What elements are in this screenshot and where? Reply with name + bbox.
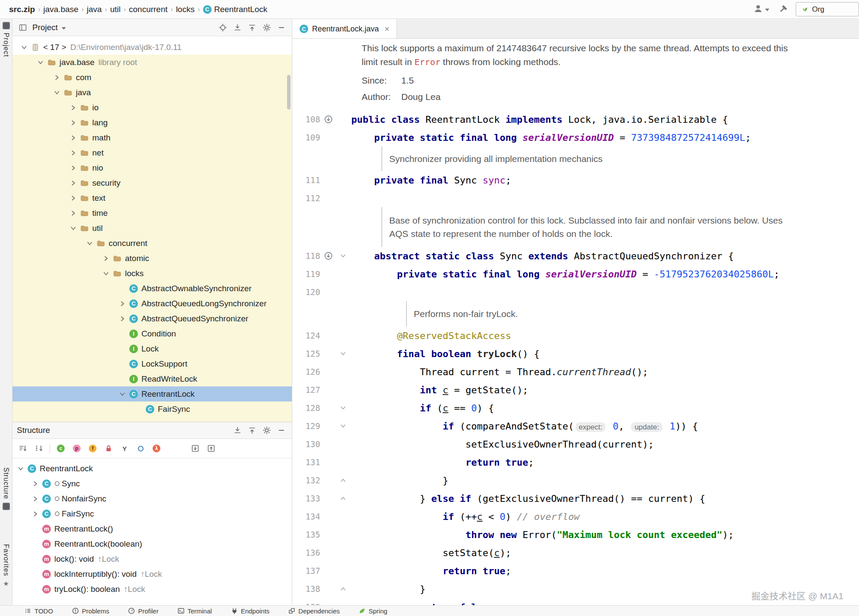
chevron-right-icon[interactable] bbox=[117, 300, 128, 308]
structure-tree-item-reentrantlock[interactable]: CReentrantLock bbox=[12, 461, 292, 476]
structure-tree-item-lock-void[interactable]: mlock(): void↑Lock bbox=[12, 551, 292, 566]
project-tree-item-abstractownablesynchronizer[interactable]: CAbstractOwnableSynchronizer bbox=[12, 281, 292, 296]
project-tree-item-lock[interactable]: ILock bbox=[12, 341, 292, 356]
fold-down-icon[interactable] bbox=[337, 423, 350, 429]
chevron-right-icon[interactable] bbox=[68, 164, 79, 172]
breadcrumb-item-locks[interactable]: locks bbox=[174, 5, 197, 14]
code-line-112[interactable]: 112 bbox=[293, 189, 859, 207]
sort-alphabetically-icon[interactable] bbox=[18, 443, 28, 454]
show-properties-icon[interactable]: p bbox=[72, 443, 82, 454]
collapse-all-icon[interactable] bbox=[246, 424, 258, 436]
chevron-right-icon[interactable] bbox=[30, 495, 41, 503]
breadcrumb-item-java[interactable]: java bbox=[84, 5, 104, 14]
user-menu-button[interactable] bbox=[753, 3, 770, 16]
project-tree-item-net[interactable]: net bbox=[12, 145, 292, 160]
fold-down-icon[interactable] bbox=[337, 253, 350, 259]
fold-down-icon[interactable] bbox=[337, 351, 350, 357]
chevron-right-icon[interactable] bbox=[68, 179, 79, 187]
code-line-125[interactable]: 125 final boolean tryLock() { bbox=[293, 345, 859, 363]
chevron-down-icon[interactable] bbox=[84, 240, 95, 247]
hide-icon[interactable] bbox=[275, 22, 287, 34]
project-tree-item-lang[interactable]: lang bbox=[12, 115, 292, 130]
project-tree-item-locks[interactable]: locks bbox=[12, 266, 292, 281]
hammer-build-icon[interactable] bbox=[777, 3, 789, 16]
chevron-down-icon[interactable] bbox=[117, 390, 128, 398]
fold-up-icon[interactable] bbox=[337, 495, 350, 501]
override-gutter-icon[interactable] bbox=[320, 251, 337, 261]
tool-window-button-terminal[interactable]: Terminal bbox=[168, 606, 222, 616]
chevron-down-icon[interactable] bbox=[68, 224, 79, 232]
structure-tree-item-trylock-boolean[interactable]: mtryLock(): boolean↑Lock bbox=[12, 582, 292, 597]
project-tree-item-readwritelock[interactable]: IReadWriteLock bbox=[12, 371, 292, 386]
project-tree-item-java[interactable]: java bbox=[12, 85, 292, 100]
project-tree-item-concurrent[interactable]: concurrent bbox=[12, 236, 292, 251]
expand-all-icon[interactable] bbox=[231, 424, 244, 436]
code-line-134[interactable]: 134 if (++c < 0) // overflow bbox=[293, 507, 859, 526]
structure-tree-item-nonfairsync[interactable]: CNonfairSync bbox=[12, 491, 292, 506]
project-tree-item-abstractqueuedsynchronizer[interactable]: CAbstractQueuedSynchronizer bbox=[12, 311, 292, 326]
run-configuration-button[interactable]: Org bbox=[796, 2, 859, 16]
tool-window-button-problems[interactable]: Problems bbox=[62, 606, 119, 616]
project-panel-title[interactable]: Project bbox=[32, 23, 58, 32]
chevron-down-icon[interactable] bbox=[15, 465, 26, 473]
autoscroll-from-source-icon[interactable] bbox=[206, 443, 216, 454]
chevron-right-icon[interactable] bbox=[30, 510, 41, 518]
project-tree-item-math[interactable]: math bbox=[12, 130, 292, 145]
code-line-118[interactable]: 118 abstract static class Sync extends A… bbox=[293, 247, 859, 265]
code-line-127[interactable]: 127 int c = getState(); bbox=[293, 381, 859, 399]
locate-icon[interactable] bbox=[217, 22, 229, 34]
breadcrumb-item-reentrantlock[interactable]: CReentrantLock bbox=[201, 5, 270, 14]
code-line-109[interactable]: 109 private static final long serialVers… bbox=[293, 128, 859, 146]
chevron-right-icon[interactable] bbox=[100, 255, 112, 262]
fold-up-icon[interactable] bbox=[337, 586, 350, 592]
project-tree-item-text[interactable]: text bbox=[12, 190, 292, 205]
code-line-129[interactable]: 129 if (compareAndSetState(expect: 0, up… bbox=[293, 417, 859, 435]
show-classes-icon[interactable]: c bbox=[56, 443, 66, 454]
project-tree-item-security[interactable]: security bbox=[12, 175, 292, 190]
code-line-124[interactable]: 124 @ReservedStackAccess bbox=[293, 327, 859, 345]
code-line-111[interactable]: 111 private final Sync sync; bbox=[293, 171, 859, 189]
structure-tree-item-fairsync[interactable]: CFairSync bbox=[12, 506, 292, 521]
code-line-108[interactable]: 108public class ReentrantLock implements… bbox=[293, 110, 859, 128]
breadcrumb-item-util[interactable]: util bbox=[108, 5, 122, 14]
project-tree-item-17[interactable]: < 17 >D:\Enviroment\java\jdk-17.0.11 bbox=[12, 40, 292, 55]
show-anonymous-icon[interactable] bbox=[135, 443, 146, 454]
breadcrumb-item-src-zip[interactable]: src.zip bbox=[7, 5, 37, 14]
chevron-right-icon[interactable] bbox=[68, 194, 79, 202]
chevron-right-icon[interactable] bbox=[68, 119, 79, 127]
project-tree-item-atomic[interactable]: atomic bbox=[12, 251, 292, 266]
fold-down-icon[interactable] bbox=[337, 405, 350, 411]
project-tree-item-fairsync[interactable]: CFairSync bbox=[12, 401, 292, 417]
chevron-right-icon[interactable] bbox=[51, 74, 62, 81]
chevron-down-icon[interactable] bbox=[61, 23, 66, 32]
expand-all-icon[interactable] bbox=[231, 22, 244, 34]
project-tree-item-io[interactable]: io bbox=[12, 100, 292, 115]
project-tree-item-nio[interactable]: nio bbox=[12, 160, 292, 175]
code-line-135[interactable]: 135 throw new Error("Maximum lock count … bbox=[293, 526, 859, 544]
project-tree-item-time[interactable]: time bbox=[12, 205, 292, 221]
sort-by-visibility-icon[interactable] bbox=[34, 443, 44, 454]
structure-tree-item-reentrantlock-boolean[interactable]: mReentrantLock(boolean) bbox=[12, 536, 292, 551]
tool-window-button-endpoints[interactable]: Endpoints bbox=[222, 606, 279, 616]
project-tree-item-util[interactable]: util bbox=[12, 221, 292, 236]
tab-reentrantlock-java[interactable]: C ReentrantLock.java × bbox=[293, 19, 397, 38]
show-fields-icon[interactable]: f bbox=[87, 443, 98, 454]
structure-tree-item-sync[interactable]: CSync bbox=[12, 476, 292, 491]
code-editor[interactable]: This lock supports a maximum of 21474836… bbox=[293, 39, 859, 605]
chevron-right-icon[interactable] bbox=[68, 209, 79, 217]
tool-strip-favorites-button[interactable]: Favorites ★ bbox=[0, 544, 12, 588]
chevron-right-icon[interactable] bbox=[68, 149, 79, 157]
project-tree-item-reentrantlock[interactable]: CReentrantLock bbox=[12, 386, 292, 401]
chevron-right-icon[interactable] bbox=[117, 315, 128, 323]
chevron-down-icon[interactable] bbox=[19, 44, 30, 51]
show-inheritance-icon[interactable]: Y bbox=[119, 443, 130, 454]
code-line-120[interactable]: 120 bbox=[293, 283, 859, 301]
autoscroll-to-source-icon[interactable] bbox=[190, 443, 200, 454]
settings-icon[interactable] bbox=[261, 22, 273, 34]
tool-strip-structure-button[interactable]: Structure bbox=[0, 467, 12, 510]
tool-window-button-profiler[interactable]: Profiler bbox=[119, 606, 168, 616]
close-tab-icon[interactable]: × bbox=[384, 24, 390, 34]
breadcrumb-item-java-base[interactable]: java.base bbox=[41, 5, 81, 14]
code-line-126[interactable]: 126 Thread current = Thread.currentThrea… bbox=[293, 363, 859, 381]
code-line-133[interactable]: 133 } else if (getExclusiveOwnerThread()… bbox=[293, 489, 859, 507]
